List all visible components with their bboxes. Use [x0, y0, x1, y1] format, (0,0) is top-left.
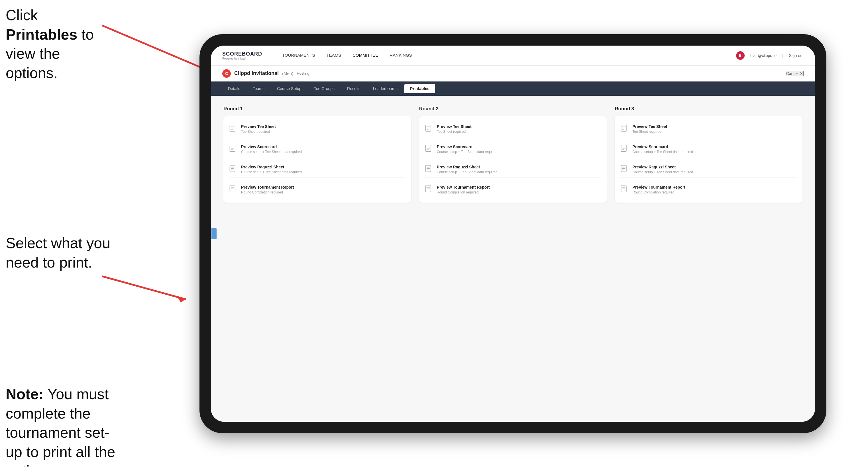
top-nav-right: B blair@clippd.io | Sign out: [736, 51, 804, 60]
document-icon: [620, 145, 628, 154]
user-avatar: B: [736, 51, 745, 60]
logo-title: SCOREBOARD: [222, 51, 262, 57]
round-2-card: Preview Tee Sheet Tee Sheet required Pre…: [419, 116, 607, 203]
round2-tee-sheet-sublabel: Tee Sheet required: [437, 130, 472, 134]
round-2-column: Round 2 Preview Tee Sheet Tee Sheet requ…: [419, 106, 607, 411]
round1-tee-sheet-sublabel: Tee Sheet required: [241, 130, 276, 134]
round3-tee-sheet[interactable]: Preview Tee Sheet Tee Sheet required: [620, 121, 797, 137]
round3-scorecard-label: Preview Scorecard: [632, 145, 693, 149]
tab-teams[interactable]: Teams: [247, 84, 270, 93]
round3-tee-sheet-text: Preview Tee Sheet Tee Sheet required: [632, 124, 667, 134]
tablet-screen: SCOREBOARD Powered by clippd TOURNAMENTS…: [211, 45, 815, 422]
nav-committee[interactable]: COMMITTEE: [352, 52, 378, 59]
svg-line-2: [102, 276, 185, 299]
round2-report-sublabel: Round Completion required: [437, 190, 490, 194]
nav-tournaments[interactable]: TOURNAMENTS: [282, 52, 315, 59]
round2-scorecard-text: Preview Scorecard Course setup + Tee She…: [437, 145, 498, 154]
top-nav: SCOREBOARD Powered by clippd TOURNAMENTS…: [211, 45, 815, 65]
round1-report-text: Preview Tournament Report Round Completi…: [241, 185, 294, 194]
round3-scorecard-text: Preview Scorecard Course setup + Tee She…: [632, 145, 693, 154]
round1-raguzzi-text: Preview Raguzzi Sheet Course setup + Tee…: [241, 165, 302, 174]
round2-report-label: Preview Tournament Report: [437, 185, 490, 189]
cancel-button[interactable]: Cancel ✕: [786, 71, 804, 76]
round1-tee-sheet-label: Preview Tee Sheet: [241, 124, 276, 129]
document-icon: [229, 125, 237, 134]
round1-raguzzi-label: Preview Raguzzi Sheet: [241, 165, 302, 169]
tab-results[interactable]: Results: [341, 84, 366, 93]
round3-scorecard[interactable]: Preview Scorecard Course setup + Tee She…: [620, 142, 797, 157]
arrow-mid: [94, 271, 194, 322]
sidebar-toggle[interactable]: [212, 228, 217, 239]
note-bold: Note:: [6, 386, 43, 402]
tablet: SCOREBOARD Powered by clippd TOURNAMENTS…: [199, 34, 827, 433]
tab-course-setup[interactable]: Course Setup: [271, 84, 307, 93]
round2-raguzzi-text: Preview Raguzzi Sheet Course setup + Tee…: [437, 165, 498, 174]
scoreboard-logo: SCOREBOARD Powered by clippd: [222, 51, 262, 60]
round2-report-text: Preview Tournament Report Round Completi…: [437, 185, 490, 194]
round1-scorecard[interactable]: Preview Scorecard Course setup + Tee She…: [229, 142, 405, 157]
nav-teams[interactable]: TEAMS: [327, 52, 341, 59]
nav-rankings[interactable]: RANKINGS: [390, 52, 412, 59]
document-icon: [425, 125, 433, 134]
round2-scorecard-label: Preview Scorecard: [437, 145, 498, 149]
round3-tee-sheet-label: Preview Tee Sheet: [632, 124, 667, 129]
document-icon: [229, 165, 237, 175]
user-email: blair@clippd.io: [750, 53, 777, 58]
round2-scorecard-sublabel: Course setup + Tee Sheet data required: [437, 150, 498, 154]
round-1-title: Round 1: [223, 106, 411, 112]
instruction-mid: Select what you need to print.: [6, 234, 114, 272]
round1-report-label: Preview Tournament Report: [241, 185, 294, 189]
rounds-grid: Round 1 Preview Tee Sheet Tee Sheet requ…: [223, 106, 802, 411]
main-content: Round 1 Preview Tee Sheet Tee Sheet requ…: [211, 96, 815, 422]
logo-sub: Powered by clippd: [222, 57, 262, 60]
round1-report-sublabel: Round Completion required: [241, 190, 294, 194]
svg-marker-3: [177, 296, 185, 303]
instruction-bottom: Note: You must complete the tournament s…: [6, 385, 120, 467]
tournament-bar: C Clippd Invitational (Men) Hosting Canc…: [211, 65, 815, 82]
round3-report-text: Preview Tournament Report Round Completi…: [632, 185, 685, 194]
document-icon: [620, 165, 628, 175]
round1-tee-sheet-text: Preview Tee Sheet Tee Sheet required: [241, 124, 276, 134]
round1-tournament-report[interactable]: Preview Tournament Report Round Completi…: [229, 182, 405, 197]
document-icon: [425, 145, 433, 154]
tab-printables[interactable]: Printables: [404, 84, 435, 93]
round1-scorecard-text: Preview Scorecard Course setup + Tee She…: [241, 145, 302, 154]
round2-raguzzi-sublabel: Course setup + Tee Sheet data required: [437, 170, 498, 174]
tab-details[interactable]: Details: [222, 84, 246, 93]
round1-scorecard-label: Preview Scorecard: [241, 145, 302, 149]
round2-scorecard[interactable]: Preview Scorecard Course setup + Tee She…: [425, 142, 601, 157]
round3-raguzzi-text: Preview Raguzzi Sheet Course setup + Tee…: [632, 165, 693, 174]
tournament-logo: C: [222, 69, 231, 78]
round3-scorecard-sublabel: Course setup + Tee Sheet data required: [632, 150, 693, 154]
round1-tee-sheet[interactable]: Preview Tee Sheet Tee Sheet required: [229, 121, 405, 137]
sign-out-link[interactable]: Sign out: [789, 53, 804, 58]
printables-bold: Printables: [6, 26, 77, 43]
tab-leaderboards[interactable]: Leaderboards: [367, 84, 403, 93]
round3-raguzzi[interactable]: Preview Raguzzi Sheet Course setup + Tee…: [620, 162, 797, 178]
round1-raguzzi[interactable]: Preview Raguzzi Sheet Course setup + Tee…: [229, 162, 405, 178]
round-3-card: Preview Tee Sheet Tee Sheet required Pre…: [615, 116, 802, 203]
round3-tee-sheet-sublabel: Tee Sheet required: [632, 130, 667, 134]
round2-raguzzi-label: Preview Raguzzi Sheet: [437, 165, 498, 169]
document-icon: [229, 186, 237, 195]
round-1-column: Round 1 Preview Tee Sheet Tee Sheet requ…: [223, 106, 411, 411]
round2-tournament-report[interactable]: Preview Tournament Report Round Completi…: [425, 182, 601, 197]
round3-raguzzi-label: Preview Raguzzi Sheet: [632, 165, 693, 169]
hosting-badge: Hosting: [297, 71, 309, 75]
round3-report-sublabel: Round Completion required: [632, 190, 685, 194]
tournament-name: C Clippd Invitational (Men) Hosting: [222, 69, 309, 78]
tab-tee-groups[interactable]: Tee Groups: [308, 84, 340, 93]
round-1-card: Preview Tee Sheet Tee Sheet required Pre…: [223, 116, 411, 203]
document-icon: [425, 165, 433, 175]
document-icon: [620, 125, 628, 134]
round-2-title: Round 2: [419, 106, 607, 112]
round3-raguzzi-sublabel: Course setup + Tee Sheet data required: [632, 170, 693, 174]
round2-raguzzi[interactable]: Preview Raguzzi Sheet Course setup + Tee…: [425, 162, 601, 178]
round2-tee-sheet[interactable]: Preview Tee Sheet Tee Sheet required: [425, 121, 601, 137]
round2-tee-sheet-label: Preview Tee Sheet: [437, 124, 472, 129]
sub-nav: Details Teams Course Setup Tee Groups Re…: [211, 82, 815, 96]
round3-tournament-report[interactable]: Preview Tournament Report Round Completi…: [620, 182, 797, 197]
round-3-title: Round 3: [615, 106, 802, 112]
round1-scorecard-sublabel: Course setup + Tee Sheet data required: [241, 150, 302, 154]
tournament-sub: (Men): [282, 71, 293, 76]
